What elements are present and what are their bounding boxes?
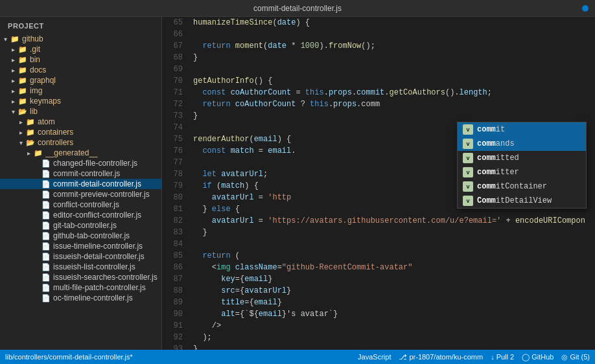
tree-item-changed-file-controller[interactable]: ▸📄changed-file-controller.js: [0, 158, 161, 168]
arrow-icon: ▾: [8, 108, 18, 115]
code-line: alt={`${email}'s avatar`}: [193, 308, 595, 320]
status-right: JavaScript ⎇ pr-1807/atom/ku-comm ↓ Pull…: [358, 353, 590, 361]
unsaved-indicator: [582, 5, 589, 12]
sidebar: Project ▾📁github▸📁.git▸📁bin▸📁docs▸📁graph…: [0, 17, 162, 350]
autocomplete-item[interactable]: vcommit: [458, 122, 586, 137]
tree-label: github-tab-controller.js: [53, 231, 130, 240]
status-branch[interactable]: ⎇ pr-1807/atom/ku-comm: [399, 353, 483, 361]
tree-item-oc-timeline-controller[interactable]: ▸📄oc-timeline-controller.js: [0, 293, 161, 303]
code-line: }: [193, 110, 595, 122]
tree-label: editor-conflict-controller.js: [53, 210, 141, 220]
file-icon: 📄: [41, 294, 51, 302]
line-number: 88: [162, 285, 183, 297]
line-number: 67: [162, 40, 183, 52]
tree-item-commit-controller[interactable]: ▸📄commit-controller.js: [0, 168, 161, 179]
status-git[interactable]: ◎ Git (5): [561, 353, 590, 361]
file-icon: 📄: [41, 190, 51, 199]
tree-item-commit-detail-controller[interactable]: ▸📄commit-detail-controller.js: [0, 179, 161, 189]
tree-label: issueish-detail-controller.js: [53, 252, 145, 261]
code-line: <img className="github-RecentCommit-avat…: [193, 262, 595, 273]
tree-item-multi-file-patch-controller[interactable]: ▸📄multi-file-patch-controller.js: [0, 282, 161, 293]
autocomplete-item[interactable]: vcommands: [458, 137, 586, 151]
status-github[interactable]: ◯ GitHub: [522, 353, 554, 361]
git-icon: ◎: [561, 353, 568, 361]
tree-item-controllers[interactable]: ▾📂controllers: [0, 137, 161, 148]
code-line: src={avatarUrl}: [193, 285, 595, 297]
tree-item-github-tab-controller[interactable]: ▸📄github-tab-controller.js: [0, 231, 161, 241]
folder-icon: 📁: [18, 76, 27, 85]
autocomplete-item[interactable]: vcommitted: [458, 151, 586, 165]
tree-item-img[interactable]: ▸📁img: [0, 85, 161, 96]
file-icon: 📄: [41, 170, 51, 178]
sidebar-header: Project: [0, 17, 161, 34]
autocomplete-item[interactable]: vcommitContainer: [458, 179, 586, 194]
tree-item-editor-conflict-controller[interactable]: ▸📄editor-conflict-controller.js: [0, 210, 161, 220]
file-icon: 📄: [41, 180, 51, 188]
tree-item-keymaps[interactable]: ▸📁keymaps: [0, 96, 161, 106]
line-number: 93: [162, 343, 183, 350]
code-editor[interactable]: 6566676869707172737475767778798081828384…: [162, 17, 595, 350]
tree-label: .git: [30, 45, 40, 54]
tree-item-lib[interactable]: ▾📂lib: [0, 106, 161, 117]
tree-item-git-tab-controller[interactable]: ▸📄git-tab-controller.js: [0, 220, 161, 231]
autocomplete-dropdown[interactable]: vcommitvcommandsvcommittedvcommittervcom…: [457, 122, 587, 209]
folder-icon: 📁: [26, 128, 35, 137]
line-number: 82: [162, 215, 183, 227]
autocomplete-icon: v: [463, 196, 473, 206]
arrow-icon: ▸: [8, 67, 18, 74]
code-line: [193, 238, 595, 250]
autocomplete-label: committed: [477, 154, 519, 163]
tree-label: graphql: [30, 76, 56, 85]
tree-label: containers: [38, 128, 73, 137]
line-number: 74: [162, 122, 183, 133]
tree-label: commit-preview-controller.js: [53, 190, 150, 199]
tree-item-__generated__[interactable]: ▸📁__generated__: [0, 148, 161, 158]
tree-item-git[interactable]: ▸📁.git: [0, 44, 161, 54]
autocomplete-item[interactable]: vcommitter: [458, 165, 586, 179]
code-line: }: [193, 343, 595, 350]
arrow-icon: ▸: [8, 56, 18, 63]
tree-label: keymaps: [30, 97, 61, 106]
arrow-icon: ▸: [8, 87, 18, 95]
tree-label: git-tab-controller.js: [53, 221, 117, 230]
tree-item-graphql[interactable]: ▸📁graphql: [0, 75, 161, 85]
tree-item-atom[interactable]: ▸📁atom: [0, 117, 161, 127]
tree-item-issueish-list-controller[interactable]: ▸📄issueish-list-controller.js: [0, 262, 161, 272]
tab-title: commit-detail-controller.js: [253, 4, 342, 13]
line-numbers: 6566676869707172737475767778798081828384…: [162, 17, 188, 350]
tree-item-containers[interactable]: ▸📁containers: [0, 127, 161, 137]
tree-label: github: [22, 34, 43, 43]
autocomplete-label: commit: [477, 125, 505, 134]
line-number: 69: [162, 63, 183, 75]
line-number: 73: [162, 110, 183, 122]
file-icon: 📄: [41, 159, 51, 168]
code-line: avatarUrl = 'https://avatars.githubuserc…: [193, 215, 595, 227]
tree-item-issue-timeline-controller[interactable]: ▸📄issue-timeline-controller.js: [0, 241, 161, 251]
autocomplete-item[interactable]: vCommitDetailView: [458, 194, 586, 208]
line-number: 66: [162, 28, 183, 40]
code-line: />: [193, 320, 595, 332]
line-number: 90: [162, 308, 183, 320]
autocomplete-label: commitContainer: [477, 182, 547, 191]
arrow-icon: ▸: [16, 129, 26, 136]
tree-item-bin[interactable]: ▸📁bin: [0, 54, 161, 65]
file-icon: 📄: [41, 232, 51, 240]
tree-item-conflict-controller[interactable]: ▸📄conflict-controller.js: [0, 199, 161, 210]
tree-label: issueish-list-controller.js: [53, 262, 135, 271]
tree-item-github[interactable]: ▾📁github: [0, 34, 161, 44]
tree-item-commit-preview-controller[interactable]: ▸📄commit-preview-controller.js: [0, 189, 161, 199]
tree-label: controllers: [38, 138, 73, 147]
code-line: [193, 28, 595, 40]
tree-item-issueish-detail-controller[interactable]: ▸📄issueish-detail-controller.js: [0, 251, 161, 262]
arrow-icon: ▸: [23, 150, 34, 157]
tree-item-docs[interactable]: ▸📁docs: [0, 65, 161, 75]
line-number: 71: [162, 87, 183, 98]
tree-item-issueish-searches-controller[interactable]: ▸📄issueish-searches-controller.js: [0, 272, 161, 282]
status-pull[interactable]: ↓ Pull 2: [491, 353, 514, 361]
tree-label: atom: [38, 117, 55, 126]
tree-label: multi-file-patch-controller.js: [53, 283, 146, 292]
status-language[interactable]: JavaScript: [358, 353, 391, 361]
line-number: 85: [162, 250, 183, 262]
code-line: title={email}: [193, 297, 595, 308]
tree-label: conflict-controller.js: [53, 200, 119, 209]
